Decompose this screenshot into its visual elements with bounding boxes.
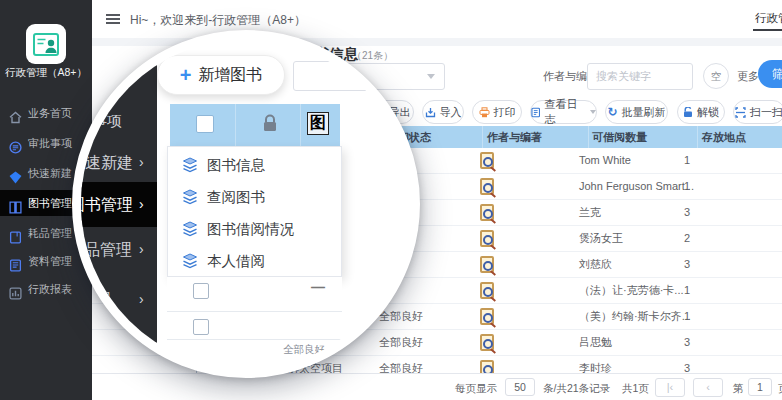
import-button[interactable]: 导入	[422, 100, 464, 124]
magnified-row-checkbox[interactable]	[193, 319, 209, 335]
quantity-cell: 3	[684, 200, 690, 225]
sidebar-item-label: 资料管理	[28, 248, 72, 274]
borrow-status-icon[interactable]	[480, 204, 494, 221]
approval-icon	[9, 137, 22, 150]
submenu-item-label: 本人借阅	[207, 252, 265, 271]
per-page-label: 每页显示	[455, 382, 497, 396]
quantity-cell: 1	[684, 148, 690, 173]
author-cell: Tom White	[579, 148, 631, 173]
per-page-input[interactable]: 50	[505, 378, 535, 396]
author-cell: 煲汤女王	[579, 226, 623, 251]
hamburger-menu-icon[interactable]	[106, 14, 120, 24]
chevron-down-icon	[590, 110, 596, 114]
quantity-cell: 1	[684, 304, 690, 329]
book-icon	[9, 197, 22, 210]
submenu-item-browse-books[interactable]: 查阅图书	[168, 181, 341, 213]
prev-page-button[interactable]: ‹	[693, 378, 723, 397]
filter-button[interactable]: 筛选	[758, 60, 782, 88]
active-tab-underline	[753, 29, 782, 31]
chart-icon	[9, 283, 22, 296]
borrow-status-icon[interactable]	[480, 282, 494, 299]
layers-icon	[182, 253, 198, 269]
submenu-item-borrow-status[interactable]: 图书借阅情况	[168, 213, 341, 245]
refresh-icon: ↻	[607, 106, 617, 118]
submenu-item-book-info[interactable]: 图书信息	[168, 149, 341, 181]
page-number-input[interactable]: 1	[748, 378, 772, 396]
book-status-cell: 全部良好	[379, 356, 423, 373]
unlock-icon	[683, 107, 693, 118]
topbar: Hi~，欢迎来到-行政管理（A8+） 行政管理	[92, 0, 782, 38]
column-header-location: 存放地点	[702, 126, 746, 148]
pagination-bar: 每页显示 50 条/共21条记录 共1页 |‹ ‹ 第 1 页	[92, 373, 782, 400]
unlock-button[interactable]: 解锁	[677, 100, 725, 124]
borrow-status-icon[interactable]	[480, 256, 494, 273]
submenu-item-label: 图书信息	[207, 156, 265, 175]
print-button[interactable]: 打印	[472, 100, 522, 124]
notebook-icon	[9, 227, 22, 240]
sidebar-item-reports[interactable]: 行政报表	[0, 276, 92, 302]
button-label: 导入	[440, 105, 462, 120]
empty-filter-button[interactable]: 空	[703, 63, 729, 89]
add-book-label: 新增图书	[198, 65, 262, 86]
button-label: 解锁	[697, 105, 719, 120]
borrow-status-icon[interactable]	[480, 360, 494, 373]
author-cell: 李时珍	[579, 356, 612, 373]
scan-button[interactable]: 扫一扫	[733, 100, 782, 124]
borrow-status-icon[interactable]	[480, 152, 494, 169]
magnified-cell-dash: —	[311, 279, 325, 295]
import-icon	[425, 107, 436, 118]
page-suffix-label: 页	[778, 382, 782, 396]
lock-icon	[262, 114, 278, 133]
magnified-header-char: 图	[307, 112, 329, 135]
first-page-button[interactable]: |‹	[655, 378, 685, 397]
magnified-row-checkbox[interactable]	[193, 283, 209, 299]
borrow-status-icon[interactable]	[480, 230, 494, 247]
magnifier-lens: 事项 速新建 › 图书管理 › 品管理 › 理 › + 新增图书 图	[72, 30, 420, 378]
magnifier-content: 事项 速新建 › 图书管理 › 品管理 › 理 › + 新增图书 图	[81, 39, 411, 369]
chevron-down-icon	[427, 74, 435, 79]
sidebar-item-label: 图书管理	[28, 190, 72, 216]
sidebar-item-home[interactable]: 业务首页	[0, 100, 92, 126]
submenu-item-my-borrows[interactable]: 本人借阅	[168, 245, 341, 277]
author-cell: 兰克	[579, 200, 601, 225]
more-filters-button[interactable]: 更多	[737, 69, 759, 84]
author-cell: （法）让·克劳德·卡...	[579, 278, 684, 303]
quantity-cell: 1	[684, 174, 690, 199]
column-header-author: 作者与编著	[487, 126, 542, 148]
diamond-icon	[9, 167, 22, 180]
borrow-status-icon[interactable]	[480, 178, 494, 195]
magnified-sidebar-item[interactable]: 速新建	[85, 153, 133, 174]
magnified-select-all-checkbox[interactable]	[196, 115, 214, 133]
batch-refresh-button[interactable]: ↻ 批量刷新	[605, 100, 668, 124]
app-window: 行政管理（A8+） 业务首页 审批事项 快速新建 图书管理 耗品管理 资料管理 …	[0, 0, 782, 400]
magnified-sidebar-item[interactable]: 品管理	[84, 240, 132, 261]
chevron-right-icon: ›	[139, 241, 144, 257]
layers-icon	[182, 221, 198, 237]
view-log-button[interactable]: 查看日志	[530, 100, 597, 124]
author-cell: （美）约翰·斯卡尔齐...	[579, 304, 691, 329]
borrow-status-icon[interactable]	[480, 308, 494, 325]
quantity-cell: 3	[684, 356, 690, 373]
app-logo-icon	[26, 24, 66, 64]
button-label: 批量刷新	[622, 105, 666, 120]
add-book-button[interactable]: + 新增图书	[157, 55, 285, 95]
tab-admin[interactable]: 行政管理	[755, 11, 782, 26]
magnified-table-rows: — 全部良好	[167, 277, 342, 369]
magnified-sidebar-item-label: 图书管理	[72, 195, 133, 216]
author-cell: 吕思勉	[579, 330, 612, 355]
submenu-item-label: 查阅图书	[207, 188, 265, 207]
chevron-right-icon: ›	[139, 291, 144, 307]
author-cell: 刘慈欣	[579, 252, 612, 277]
layers-icon	[182, 189, 198, 205]
book-status-cell: 全部良好	[379, 330, 423, 355]
author-cell: John Ferguson Smart...	[579, 174, 694, 199]
borrow-status-icon[interactable]	[480, 334, 494, 351]
quantity-cell: 3	[684, 330, 690, 355]
magnified-sidebar-item-active[interactable]: 图书管理 ›	[81, 182, 157, 227]
keyword-search-input[interactable]: 搜索关键字	[587, 63, 693, 90]
sidebar-item-label: 业务首页	[28, 100, 72, 126]
app-title: 行政管理（A8+）	[0, 66, 92, 80]
magnified-status-fragment: 全部良好	[283, 343, 325, 357]
magnified-sidebar-item[interactable]: 事项	[92, 112, 122, 131]
sidebar-item-approvals[interactable]: 审批事项	[0, 130, 92, 156]
